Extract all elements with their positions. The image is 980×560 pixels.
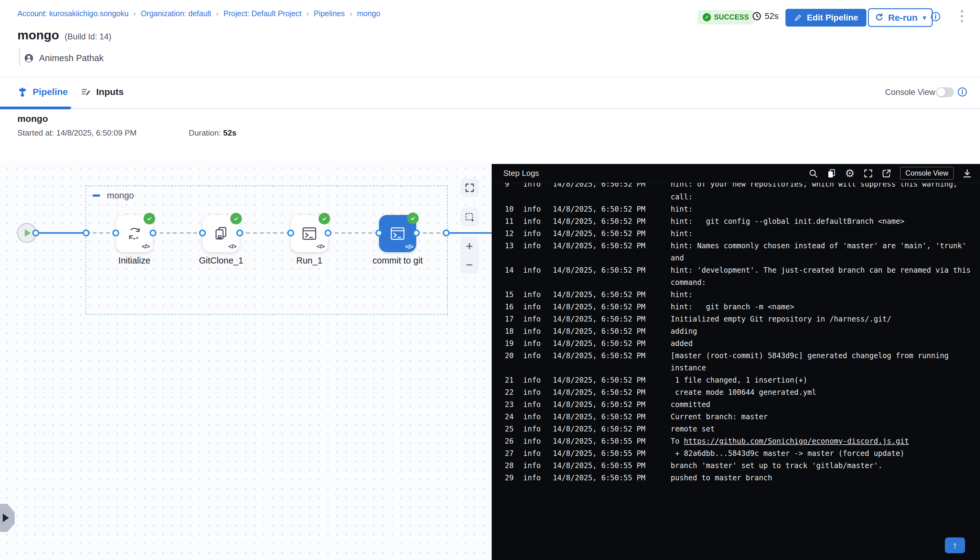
duration-text: 52s (765, 11, 778, 21)
breadcrumb-item[interactable]: Account: kurosakiichigo.songoku (17, 9, 128, 18)
log-line-number: 22 (505, 386, 523, 398)
breadcrumb-item[interactable]: mongo (357, 9, 380, 18)
log-line-number (505, 252, 523, 264)
edit-pipeline-button[interactable]: Edit Pipeline (785, 9, 867, 27)
node-commit-to-git[interactable]: </> (379, 215, 416, 252)
log-level: info (523, 435, 553, 447)
toggle-knob (937, 88, 945, 97)
author-row: Animesh Pathak (24, 53, 103, 63)
left-panel-expander[interactable] (0, 504, 15, 532)
breadcrumb-separator: › (306, 10, 309, 18)
breadcrumb-item[interactable]: Pipelines (313, 9, 345, 18)
log-message: hint: (671, 288, 980, 301)
log-timestamp: 14/8/2025, 6:50:52 PM (553, 240, 671, 252)
edit-pipeline-label: Edit Pipeline (807, 13, 858, 23)
log-line-number: 25 (505, 423, 523, 435)
gear-icon[interactable]: ⚙ (845, 168, 855, 179)
console-view-label: Console View (885, 88, 935, 97)
log-row: 29info14/8/2025, 6:50:55 PMpushed to mas… (492, 472, 980, 484)
log-line-number: 20 (505, 350, 523, 362)
breadcrumb-item[interactable]: Project: Default Project (223, 9, 302, 18)
info-icon[interactable] (930, 11, 941, 22)
gitclone-icon (212, 225, 230, 242)
log-message: command: (671, 276, 980, 288)
log-timestamp: 14/8/2025, 6:50:55 PM (553, 435, 671, 447)
expand-icon (465, 183, 475, 193)
log-row: command: (492, 276, 980, 288)
log-row: 14info14/8/2025, 6:50:52 PMhint: 'develo… (492, 264, 980, 276)
log-row: 13info14/8/2025, 6:50:52 PMhint: Names c… (492, 240, 980, 252)
log-message: call: (671, 191, 980, 203)
zoom-controls[interactable]: + − (460, 237, 479, 274)
breadcrumb: Account: kurosakiichigo.songoku›Organiza… (17, 9, 380, 18)
log-row: 26info14/8/2025, 6:50:55 PMTo https://gi… (492, 435, 980, 447)
log-message: and (671, 252, 980, 264)
copy-icon[interactable] (827, 168, 837, 178)
log-row: 17info14/8/2025, 6:50:52 PMInitialized e… (492, 313, 980, 325)
tab-inputs-label: Inputs (96, 87, 124, 97)
console-view-info-icon[interactable] (957, 87, 967, 97)
tab-inputs[interactable]: Inputs (81, 87, 124, 97)
tab-bar: Pipeline Inputs Console View (0, 77, 980, 109)
log-row: instance (492, 362, 980, 374)
log-row: 12info14/8/2025, 6:50:52 PMhint: (492, 227, 980, 240)
log-line-number: 9 (505, 183, 523, 190)
log-level: info (523, 350, 553, 362)
log-level: info (523, 411, 553, 423)
log-timestamp: 14/8/2025, 6:50:52 PM (553, 386, 671, 398)
log-timestamp: 14/8/2025, 6:50:52 PM (553, 350, 671, 362)
download-icon[interactable] (962, 168, 972, 178)
duration-label: Duration: (189, 128, 223, 137)
node-run[interactable]: </> (291, 215, 328, 252)
clock-icon (752, 11, 762, 21)
log-row: 10info14/8/2025, 6:50:52 PMhint: (492, 203, 980, 215)
node-initialize[interactable]: </> (116, 215, 153, 252)
log-level: info (523, 325, 553, 337)
log-row: 20info14/8/2025, 6:50:52 PM[master (root… (492, 350, 980, 362)
canvas-fullscreen-button[interactable] (460, 178, 479, 197)
open-in-new-icon[interactable] (882, 168, 892, 178)
pipeline-canvas[interactable]: mongo </> </> </> </> Initialize GitClon… (0, 161, 492, 560)
terminal-icon (300, 225, 318, 242)
stage-group-label[interactable]: mongo (93, 190, 134, 201)
rerun-button[interactable]: Re-run ▾ (868, 8, 933, 27)
log-link[interactable]: https://github.com/Sonichigo/economy-dis… (684, 437, 909, 445)
log-timestamp: 14/8/2025, 6:50:52 PM (553, 203, 671, 215)
log-row: 18info14/8/2025, 6:50:52 PMadding (492, 325, 980, 337)
node-label: Run_1 (267, 255, 352, 266)
log-level (523, 191, 553, 203)
zoom-in-button[interactable]: + (466, 240, 473, 252)
tab-pipeline[interactable]: Pipeline (18, 87, 68, 97)
log-timestamp: 14/8/2025, 6:50:52 PM (553, 264, 671, 276)
fullscreen-icon[interactable] (863, 168, 873, 178)
search-icon[interactable] (808, 168, 818, 178)
log-body[interactable]: 9info14/8/2025, 6:50:52 PMhint: of your … (492, 183, 980, 560)
log-level: info (523, 374, 553, 386)
success-badge-icon (407, 213, 419, 224)
console-view-button[interactable]: Console View (900, 167, 954, 180)
console-view-toggle[interactable] (936, 87, 954, 97)
zoom-out-button[interactable]: − (466, 258, 473, 271)
collapse-minus-icon[interactable] (93, 195, 100, 197)
breadcrumb-item[interactable]: Organization: default (141, 9, 211, 18)
log-line-number (505, 276, 523, 288)
node-gitclone[interactable]: </> (202, 215, 240, 252)
duration-value: 52s (223, 128, 237, 137)
log-line-number: 29 (505, 472, 523, 484)
rerun-label: Re-run (888, 13, 918, 23)
log-message: hint: of your new repositories, which wi… (671, 183, 980, 190)
canvas-select-button[interactable] (460, 208, 479, 226)
log-level: info (523, 313, 553, 325)
log-timestamp: 14/8/2025, 6:50:55 PM (553, 472, 671, 484)
scroll-to-top-button[interactable]: ↑ (945, 537, 965, 553)
log-row: 16info14/8/2025, 6:50:52 PMhint: git bra… (492, 301, 980, 313)
log-row: 19info14/8/2025, 6:50:52 PMadded (492, 337, 980, 350)
log-timestamp: 14/8/2025, 6:50:52 PM (553, 374, 671, 386)
initialize-icon (125, 225, 143, 242)
log-message: remote set (671, 423, 980, 435)
log-line-number: 23 (505, 398, 523, 411)
kebab-menu-icon[interactable] (961, 10, 963, 22)
node-label: Initialize (92, 255, 177, 266)
run-duration: Duration: 52s (189, 128, 237, 138)
log-message: To https://github.com/Sonichigo/economy-… (671, 435, 980, 447)
